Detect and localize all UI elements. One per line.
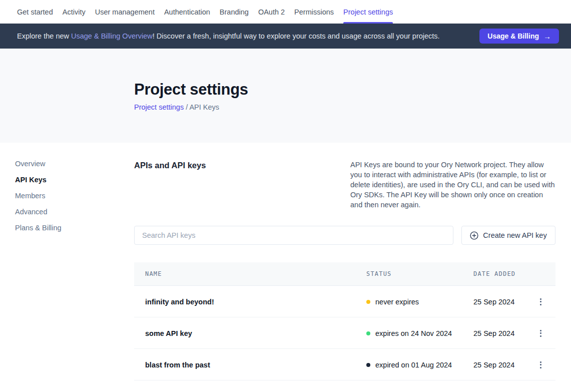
api-key-name: some API key [145, 329, 366, 337]
column-header-name: NAME [145, 270, 366, 277]
column-header-date-added: DATE ADDED [473, 270, 525, 277]
api-keys-table: NAME STATUS DATE ADDED infinity and beyo… [134, 262, 555, 380]
table-row: infinity and beyond! never expires 25 Se… [134, 286, 555, 317]
api-key-name: infinity and beyond! [145, 298, 366, 306]
nav-item-permissions[interactable]: Permissions [294, 0, 334, 24]
status-text: never expires [375, 298, 419, 306]
nav-item-branding[interactable]: Branding [220, 0, 249, 24]
nav-item-user-management[interactable]: User management [95, 0, 155, 24]
breadcrumb: Project settings / API Keys [134, 103, 571, 111]
api-key-date-added: 25 Sep 2024 [473, 298, 525, 306]
banner-text-before: Explore the new [17, 32, 71, 40]
usage-billing-overview-link[interactable]: Usage & Billing Overview [71, 32, 153, 40]
sidebar-item-api-keys[interactable]: API Keys [15, 172, 134, 188]
search-input[interactable] [134, 226, 453, 245]
breadcrumb-project-settings-link[interactable]: Project settings [134, 103, 184, 111]
banner-text-after: ! Discover a fresh, insightful way to ex… [153, 32, 440, 40]
row-actions-kebab-icon[interactable] [525, 317, 555, 349]
nav-item-oauth2[interactable]: OAuth 2 [258, 0, 285, 24]
row-actions-kebab-icon[interactable] [525, 286, 555, 317]
sidebar-item-advanced[interactable]: Advanced [15, 204, 134, 220]
top-nav: Get started Activity User management Aut… [0, 0, 571, 24]
breadcrumb-current: API Keys [189, 103, 219, 111]
api-keys-section: APIs and API keys API Keys are bound to … [134, 143, 555, 380]
nav-item-project-settings[interactable]: Project settings [343, 0, 393, 24]
plus-circle-icon [470, 231, 478, 240]
api-key-status: expired on 01 Aug 2024 [366, 361, 473, 369]
sidebar-item-plans-billing[interactable]: Plans & Billing [15, 220, 134, 236]
api-key-date-added: 25 Sep 2024 [473, 329, 525, 337]
create-api-key-button-label: Create new API key [483, 231, 546, 239]
page-header: Project settings Project settings / API … [0, 49, 571, 143]
api-key-name: blast from the past [145, 361, 366, 369]
api-key-date-added: 25 Sep 2024 [473, 361, 525, 369]
nav-item-authentication[interactable]: Authentication [164, 0, 210, 24]
status-text: expires on 24 Nov 2024 [375, 329, 452, 337]
section-title: APIs and API keys [134, 160, 206, 210]
content-area: Overview API Keys Members Advanced Plans… [0, 143, 571, 380]
api-key-status: expires on 24 Nov 2024 [366, 329, 473, 337]
announcement-banner: Explore the new Usage & Billing Overview… [0, 24, 571, 49]
section-description: API Keys are bound to your Ory Network p… [350, 160, 555, 210]
table-header-row: NAME STATUS DATE ADDED [134, 262, 555, 286]
table-row: some API key expires on 24 Nov 2024 25 S… [134, 317, 555, 349]
table-row: blast from the past expired on 01 Aug 20… [134, 349, 555, 380]
breadcrumb-separator: / [184, 103, 189, 111]
nav-item-get-started[interactable]: Get started [17, 0, 53, 24]
api-key-status: never expires [366, 298, 473, 306]
status-dot [366, 300, 370, 304]
section-header: APIs and API keys API Keys are bound to … [134, 160, 555, 210]
sidebar-item-members[interactable]: Members [15, 188, 134, 204]
usage-billing-button[interactable]: Usage & Billing → [479, 29, 559, 44]
create-api-key-button[interactable]: Create new API key [461, 226, 555, 245]
status-text: expired on 01 Aug 2024 [375, 361, 452, 369]
settings-sidebar: Overview API Keys Members Advanced Plans… [0, 143, 134, 380]
sidebar-item-overview[interactable]: Overview [15, 156, 134, 172]
usage-billing-button-label: Usage & Billing [487, 32, 539, 40]
status-dot [366, 363, 370, 367]
table-controls: Create new API key [134, 226, 555, 245]
nav-item-activity[interactable]: Activity [63, 0, 86, 24]
banner-text: Explore the new Usage & Billing Overview… [17, 32, 440, 40]
column-header-status: STATUS [366, 270, 473, 277]
arrow-right-icon: → [543, 32, 551, 41]
page-title: Project settings [134, 81, 571, 99]
status-dot [366, 331, 370, 335]
row-actions-kebab-icon[interactable] [525, 349, 555, 380]
